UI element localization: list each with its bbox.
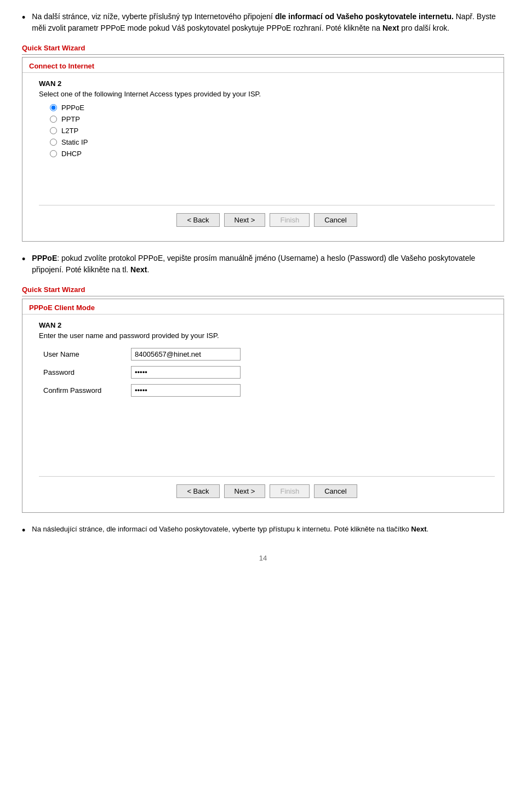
pppoe-bold: PPPoE <box>32 254 57 262</box>
radio-staticip-input[interactable] <box>50 139 57 146</box>
bullet-dot-2: • <box>22 253 25 266</box>
wizard1-radio-group: PPPoE PPTP L2TP Static IP DHCP <box>50 104 495 158</box>
bottom-next-bold: Next <box>411 525 426 533</box>
pppoe-text: PPPoE: pokud zvolíte protokol PPPoE, vep… <box>32 253 504 276</box>
page-number: 14 <box>22 554 504 562</box>
username-input[interactable] <box>131 348 241 361</box>
bullet-dot: • <box>22 11 25 25</box>
intro-next-bold: Next <box>382 24 399 32</box>
radio-l2tp-input[interactable] <box>50 127 57 134</box>
wizard2-next-button[interactable]: Next > <box>224 484 266 498</box>
wizard1-finish-button: Finish <box>270 213 310 227</box>
pppoe-text-end: . <box>147 265 149 274</box>
pppoe-text-part: : pokud zvolíte protokol PPPoE, vepište … <box>32 254 475 274</box>
radio-pppoe-label[interactable]: PPPoE <box>61 104 84 112</box>
radio-staticip[interactable]: Static IP <box>50 138 495 146</box>
radio-l2tp-label[interactable]: L2TP <box>61 127 78 135</box>
password-field-cell <box>127 363 495 381</box>
bullet-dot-3: • <box>22 524 25 537</box>
radio-staticip-label[interactable]: Static IP <box>61 138 88 146</box>
radio-pppoe[interactable]: PPPoE <box>50 104 495 112</box>
wizard-box-1: Connect to Internet WAN 2 Select one of … <box>22 57 504 242</box>
pppoe-section: • PPPoE: pokud zvolíte protokol PPPoE, v… <box>22 253 504 276</box>
wizard1-subtitle: WAN 2 <box>39 79 495 88</box>
radio-l2tp[interactable]: L2TP <box>50 127 495 135</box>
wizard1-button-bar: < Back Next > Finish Cancel <box>39 205 495 232</box>
radio-pppoe-input[interactable] <box>50 104 57 111</box>
wizard1-inner: WAN 2 Select one of the following Intern… <box>22 73 504 241</box>
wizard2-spacer2 <box>39 432 495 465</box>
username-row: User Name <box>39 345 495 363</box>
wizard2-spacer <box>39 399 495 432</box>
pppoe-form-table: User Name Password Confirm Password <box>39 345 495 399</box>
intro-text-part1: Na další stránce, viz níže, vyberte přís… <box>32 12 275 21</box>
wizard2-section-title: PPPoE Client Mode <box>22 299 504 314</box>
wizard1-spacer <box>39 161 495 194</box>
bottom-text-part: Na následující stránce, dle informací od… <box>32 525 411 533</box>
radio-pptp-label[interactable]: PPTP <box>61 115 80 123</box>
wizard2-back-button[interactable]: < Back <box>176 484 219 498</box>
intro-bullet-item: • Na další stránce, viz níže, vyberte př… <box>22 11 504 34</box>
wizard1-section-title: Connect to Internet <box>22 58 504 73</box>
radio-dhcp-input[interactable] <box>50 150 57 157</box>
intro-text: Na další stránce, viz níže, vyberte přís… <box>32 11 504 34</box>
pppoe-next-bold: Next <box>130 265 147 274</box>
wizard2-cancel-button[interactable]: Cancel <box>314 484 357 498</box>
bottom-text: Na následující stránce, dle informací od… <box>32 524 428 535</box>
confirm-password-input[interactable] <box>131 384 241 397</box>
bottom-section: • Na následující stránce, dle informací … <box>22 524 504 537</box>
intro-text-end: pro další krok. <box>399 24 449 32</box>
wizard2-desc: Enter the user name and password provide… <box>39 331 495 340</box>
password-input[interactable] <box>131 366 241 379</box>
wizard1-desc: Select one of the following Internet Acc… <box>39 90 495 98</box>
confirm-password-field-cell <box>127 381 495 399</box>
wizard1-cancel-button[interactable]: Cancel <box>314 213 357 227</box>
username-field-cell <box>127 345 495 363</box>
wizard1-next-button[interactable]: Next > <box>224 213 266 227</box>
pppoe-bullet-item: • PPPoE: pokud zvolíte protokol PPPoE, v… <box>22 253 504 276</box>
password-row: Password <box>39 363 495 381</box>
wizard2-inner: WAN 2 Enter the user name and password p… <box>22 314 504 512</box>
intro-section: • Na další stránce, viz níže, vyberte př… <box>22 11 504 34</box>
intro-text-bold1: dle informací od Vašeho poskytovatele in… <box>275 12 454 21</box>
username-label: User Name <box>39 345 127 363</box>
password-label: Password <box>39 363 127 381</box>
radio-pptp[interactable]: PPTP <box>50 115 495 123</box>
wizard-box-2: PPPoE Client Mode WAN 2 Enter the user n… <box>22 299 504 513</box>
wizard1-back-button[interactable]: < Back <box>176 213 219 227</box>
wizard2-button-bar: < Back Next > Finish Cancel <box>39 476 495 504</box>
radio-pptp-input[interactable] <box>50 116 57 123</box>
confirm-password-label: Confirm Password <box>39 381 127 399</box>
radio-dhcp[interactable]: DHCP <box>50 150 495 158</box>
wizard2-finish-button: Finish <box>270 484 310 498</box>
qsw-header-1: Quick Start Wizard <box>22 44 504 55</box>
bottom-bullet-item: • Na následující stránce, dle informací … <box>22 524 504 537</box>
confirm-password-row: Confirm Password <box>39 381 495 399</box>
qsw-header-2: Quick Start Wizard <box>22 285 504 296</box>
wizard2-subtitle: WAN 2 <box>39 321 495 329</box>
radio-dhcp-label[interactable]: DHCP <box>61 150 82 158</box>
bottom-text-end: . <box>427 525 429 533</box>
